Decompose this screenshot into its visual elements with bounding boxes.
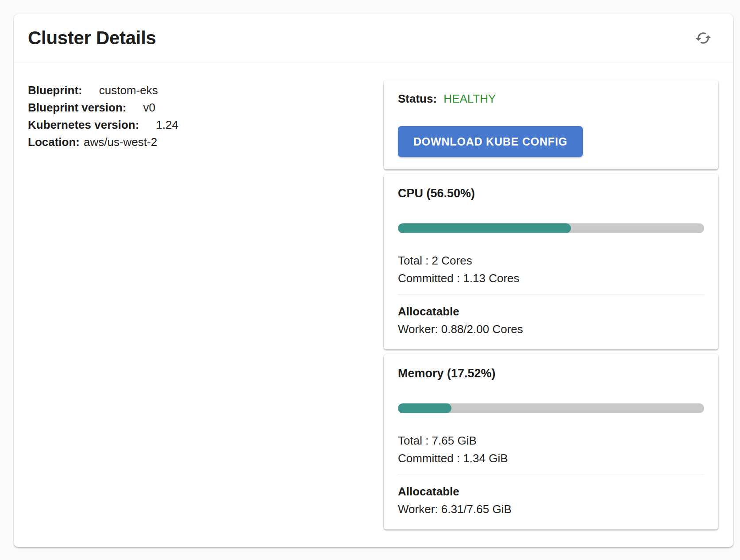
page-background: Cluster Details Blueprint: custom-eks Bl… [0, 0, 740, 560]
blueprint-label: Blueprint: [28, 82, 82, 99]
divider [398, 295, 704, 295]
memory-total: Total : 7.65 GiB [398, 432, 704, 449]
status-card: Status: HEALTHY DOWNLOAD KUBE CONFIG [384, 80, 718, 169]
cpu-usage-card: CPU (56.50%) Total : 2 Cores Committed :… [384, 174, 718, 349]
cpu-progress-fill [398, 223, 571, 233]
download-kube-config-button[interactable]: DOWNLOAD KUBE CONFIG [398, 126, 583, 157]
cpu-committed: Committed : 1.13 Cores [398, 269, 704, 287]
info-row-location: Location: aws/us-west-2 [28, 134, 384, 151]
resource-cards-column: Status: HEALTHY DOWNLOAD KUBE CONFIG CPU… [384, 80, 718, 529]
blueprint-value: custom-eks [99, 82, 158, 99]
cluster-details-card: Cluster Details Blueprint: custom-eks Bl… [14, 14, 733, 547]
location-value: aws/us-west-2 [84, 134, 157, 151]
cpu-usage-title: CPU (56.50%) [398, 186, 704, 200]
location-label: Location: [28, 134, 80, 151]
cpu-allocatable-worker: Worker: 0.88/2.00 Cores [398, 320, 704, 338]
blueprint-version-value: v0 [143, 99, 155, 116]
cpu-total: Total : 2 Cores [398, 252, 704, 269]
info-row-kubernetes-version: Kubernetes version: 1.24 [28, 116, 384, 134]
card-body: Blueprint: custom-eks Blueprint version:… [14, 62, 733, 529]
memory-allocatable-worker: Worker: 6.31/7.65 GiB [398, 500, 704, 518]
status-line: Status: HEALTHY [398, 92, 704, 106]
blueprint-version-label: Blueprint version: [28, 99, 126, 116]
info-row-blueprint-version: Blueprint version: v0 [28, 99, 384, 116]
cluster-info: Blueprint: custom-eks Blueprint version:… [28, 80, 384, 529]
memory-committed: Committed : 1.34 GiB [398, 449, 704, 467]
refresh-button[interactable] [693, 28, 713, 48]
cpu-allocatable-heading: Allocatable [398, 303, 704, 320]
page-title: Cluster Details [28, 27, 156, 49]
info-row-blueprint: Blueprint: custom-eks [28, 82, 384, 99]
status-label: Status: [398, 92, 437, 105]
memory-progress-track [398, 403, 704, 413]
memory-usage-card: Memory (17.52%) Total : 7.65 GiB Committ… [384, 354, 718, 529]
kubernetes-version-label: Kubernetes version: [28, 116, 139, 134]
kubernetes-version-value: 1.24 [156, 116, 178, 134]
cpu-progress-track [398, 223, 704, 233]
memory-usage-title: Memory (17.52%) [398, 366, 704, 380]
status-badge: HEALTHY [443, 92, 496, 105]
cpu-metrics: Total : 2 Cores Committed : 1.13 Cores A… [398, 252, 704, 338]
card-header: Cluster Details [14, 14, 733, 62]
divider [398, 475, 704, 475]
memory-metrics: Total : 7.65 GiB Committed : 1.34 GiB Al… [398, 432, 704, 518]
memory-allocatable-heading: Allocatable [398, 483, 704, 500]
refresh-icon [695, 30, 712, 46]
memory-progress-fill [398, 403, 451, 413]
